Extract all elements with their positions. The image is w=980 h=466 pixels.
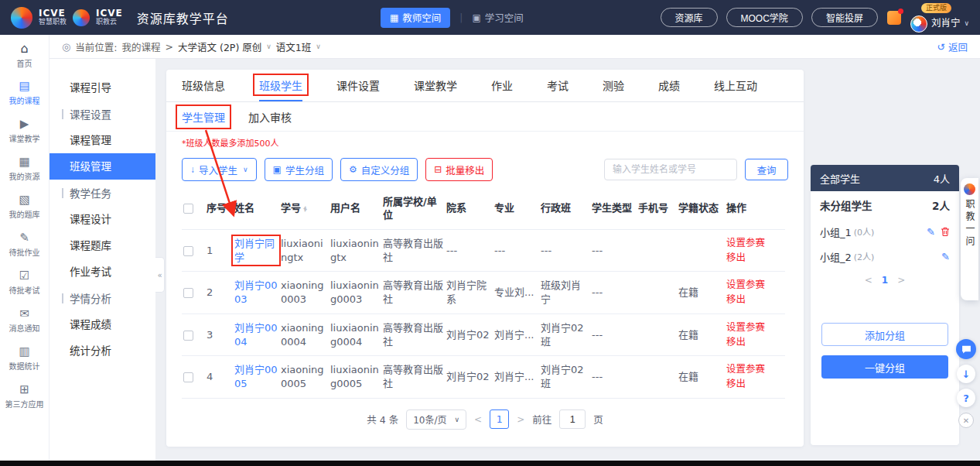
cell-status: 在籍 xyxy=(677,356,725,399)
set-contest-link[interactable]: 设置参赛 xyxy=(726,278,784,293)
cell-student-type: --- xyxy=(590,229,637,272)
student-name-link[interactable]: 刘肖宁0005 xyxy=(234,363,278,390)
custom-group-button[interactable]: ⚙ 自定义分组 xyxy=(340,158,418,181)
group-next-button[interactable]: > xyxy=(897,275,905,286)
sidebar-collapse-handle[interactable]: « xyxy=(155,257,165,293)
course-nav-course-design[interactable]: 课程设计 xyxy=(50,206,155,232)
query-button[interactable]: 查询 xyxy=(745,159,788,180)
user-menu[interactable]: 刘肖宁 ∨ xyxy=(910,15,969,33)
set-contest-link[interactable]: 设置参赛 xyxy=(726,320,784,335)
smart-casting-button[interactable]: 智能投屏 xyxy=(811,8,878,27)
sidebar-item-statistics[interactable]: ▥ 数据统计 xyxy=(0,340,49,378)
section-course-settings: 课程设置 xyxy=(62,101,155,127)
download-float-icon[interactable]: ↓ xyxy=(957,365,975,383)
delete-group-icon[interactable] xyxy=(941,227,950,237)
close-widget-icon[interactable]: ✕ xyxy=(958,413,974,428)
tab-homework[interactable]: 作业 xyxy=(491,70,513,101)
row-checkbox[interactable] xyxy=(183,288,193,298)
edit-group-icon[interactable]: ✎ xyxy=(927,227,935,237)
group-prev-button[interactable]: < xyxy=(865,275,872,286)
sidebar-item-classroom-teaching[interactable]: ▶ 课堂教学 xyxy=(0,112,49,150)
mooc-college-button[interactable]: MOOC学院 xyxy=(726,8,803,27)
batch-remove-button[interactable]: ⊟ 批量移出 xyxy=(425,158,493,181)
remove-student-link[interactable]: 移出 xyxy=(726,335,784,350)
remove-student-link[interactable]: 移出 xyxy=(726,293,784,307)
student-toolbar: ↓ 导入学生 ∨ ▣ 学生分组 ⚙ 自定义分组 ⊟ 批量移出 查询 xyxy=(166,149,804,187)
row-checkbox[interactable] xyxy=(183,372,193,382)
breadcrumb-course[interactable]: 大学语文 (2P) 原创 xyxy=(178,39,261,54)
edit-group-icon[interactable]: ✎ xyxy=(941,252,950,262)
row-checkbox[interactable] xyxy=(183,246,193,256)
course-nav-course-grades[interactable]: 课程成绩 xyxy=(50,311,155,338)
next-page-button[interactable]: > xyxy=(517,414,524,425)
course-nav-course-question-bank[interactable]: 课程题库 xyxy=(50,232,155,259)
breadcrumb-root[interactable]: 我的课程 xyxy=(122,39,161,54)
sidebar-item-pending-exams[interactable]: ☑ 待批考试 xyxy=(0,264,49,302)
sidebar-item-home[interactable]: ⌂ 首页 xyxy=(0,36,49,74)
tab-class-info[interactable]: 班级信息 xyxy=(182,70,225,101)
notification-badge xyxy=(898,9,903,14)
sidebar-item-my-courses[interactable]: ▤ 我的课程 xyxy=(0,74,49,112)
student-group-button[interactable]: ▣ 学生分组 xyxy=(265,158,333,181)
page-number-1[interactable]: 1 xyxy=(490,409,509,429)
notification-icon[interactable] xyxy=(886,10,902,26)
course-nav-statistics-analysis[interactable]: 统计分析 xyxy=(50,338,155,364)
auto-group-button[interactable]: 一键分组 xyxy=(821,355,948,379)
tab-quiz[interactable]: 测验 xyxy=(603,70,624,101)
group-pagination: < 1 > xyxy=(811,269,959,292)
cell-admin-class: 刘肖宁02班 xyxy=(539,314,590,356)
student-name-link[interactable]: 刘肖宁0004 xyxy=(234,321,278,348)
sidebar-item-my-resources[interactable]: ▦ 我的资源 xyxy=(0,150,49,188)
page-size-select[interactable]: 10条/页 ∨ xyxy=(406,409,466,430)
sidebar-item-notifications[interactable]: ✉ 消息通知 xyxy=(0,302,49,340)
tab-exam[interactable]: 考试 xyxy=(547,70,569,101)
help-icon[interactable]: ? xyxy=(957,389,975,407)
breadcrumb-class[interactable]: 语文1班 xyxy=(276,39,311,54)
student-name-link[interactable]: 刘肖宁0003 xyxy=(234,279,278,306)
assistant-tab[interactable]: 职教一问 xyxy=(961,178,978,300)
tab-class-students[interactable]: 班级学生 xyxy=(259,70,302,101)
prev-page-button[interactable]: < xyxy=(474,414,482,425)
sidebar-item-third-party-apps[interactable]: ⊞ 第三方应用 xyxy=(0,378,49,416)
ungrouped-row[interactable]: 未分组学生 2人 xyxy=(811,191,959,219)
bottom-bar xyxy=(0,461,980,466)
select-all-checkbox[interactable] xyxy=(183,204,193,214)
student-search-input[interactable] xyxy=(604,159,737,180)
subtab-join-review[interactable]: 加入审核 xyxy=(248,109,292,125)
resource-library-button[interactable]: 资源库 xyxy=(661,8,718,27)
set-contest-link[interactable]: 设置参赛 xyxy=(726,362,784,377)
teacher-space-button[interactable]: ▦ 教师空间 xyxy=(381,8,450,28)
subtab-student-management[interactable]: 学生管理 xyxy=(182,109,225,125)
set-contest-link[interactable]: 设置参赛 xyxy=(726,236,784,251)
col-header-student-id[interactable]: 学号▴▾ xyxy=(279,189,329,229)
group-row[interactable]: 小组_1 (0人) ✎ xyxy=(811,219,959,244)
remove-student-link[interactable]: 移出 xyxy=(726,251,784,266)
sidebar-item-pending-homework[interactable]: ✎ 待批作业 xyxy=(0,226,49,264)
course-nav-course-management[interactable]: 课程管理 xyxy=(50,127,155,153)
chat-icon[interactable] xyxy=(956,339,976,359)
course-nav-homework-exam[interactable]: 作业考试 xyxy=(50,259,155,285)
cell-username: liuxiaoning0003 xyxy=(329,272,381,314)
learning-space-link[interactable]: ▣ 学习空间 xyxy=(472,10,523,25)
row-checkbox[interactable] xyxy=(183,331,193,341)
return-link[interactable]: ↺ 返回 xyxy=(937,39,968,54)
course-caret-icon[interactable]: ∨ xyxy=(266,43,271,50)
group-page-number[interactable]: 1 xyxy=(882,275,888,286)
tab-online-interaction[interactable]: 线上互动 xyxy=(714,70,757,101)
tab-classroom-teaching[interactable]: 课堂教学 xyxy=(414,70,457,101)
tab-courseware-settings[interactable]: 课件设置 xyxy=(336,70,380,101)
student-name-link[interactable]: 刘肖宁同学 xyxy=(234,237,278,264)
add-group-button[interactable]: 添加分组 xyxy=(821,323,948,346)
sort-icon[interactable]: ▴▾ xyxy=(303,206,306,213)
app: ICVE 智慧职教 ICVE 职教云 资源库教学平台 ▦ 教师空间 | ▣ 学习… xyxy=(0,0,980,466)
remove-student-link[interactable]: 移出 xyxy=(726,377,784,392)
goto-page-input[interactable] xyxy=(559,409,586,429)
course-nav-class-management[interactable]: 班级管理 xyxy=(50,153,155,180)
tab-grades[interactable]: 成绩 xyxy=(658,70,680,101)
class-caret-icon[interactable]: ∨ xyxy=(316,43,321,50)
import-students-button[interactable]: ↓ 导入学生 ∨ xyxy=(182,158,257,181)
group-row[interactable]: 小组_2 (2人) ✎ xyxy=(811,244,959,269)
chevron-down-icon: ∨ xyxy=(243,166,248,173)
sidebar-item-question-bank[interactable]: ▧ 我的题库 xyxy=(0,188,49,226)
course-nav-guide[interactable]: 课程引导 xyxy=(50,74,155,101)
